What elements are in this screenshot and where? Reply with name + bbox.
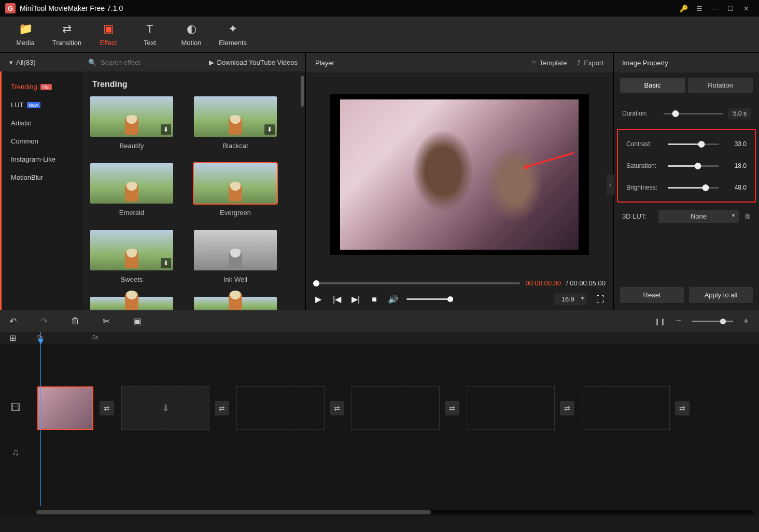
- stop-button[interactable]: ■: [369, 295, 380, 304]
- transition-slot[interactable]: ⇄: [100, 401, 114, 415]
- download-youtube-link[interactable]: ▶ Download YouTube Videos: [209, 59, 305, 66]
- category-lut[interactable]: LUT New: [2, 96, 83, 114]
- volume-handle[interactable]: [447, 296, 453, 302]
- timeline-ruler[interactable]: ⊞ 0s 5s: [0, 332, 759, 344]
- download-icon[interactable]: ⬇: [264, 124, 275, 135]
- slider-track[interactable]: [668, 187, 719, 189]
- category-motionblur[interactable]: MotionBlur: [2, 168, 83, 186]
- lut-select[interactable]: None: [658, 210, 739, 223]
- effect-item[interactable]: [194, 297, 277, 310]
- download-icon[interactable]: ⬇: [161, 124, 171, 135]
- tab-elements[interactable]: ✦ Elements: [213, 19, 253, 50]
- trash-icon[interactable]: 🗑: [744, 212, 751, 220]
- license-key-icon[interactable]: 🔑: [676, 1, 692, 16]
- transition-slot[interactable]: ⇄: [445, 401, 459, 415]
- effect-item[interactable]: ⬇Blackcat: [194, 96, 277, 150]
- effect-item[interactable]: Evergreen: [194, 163, 277, 217]
- undo-button[interactable]: ↶: [7, 316, 19, 327]
- category-artistic[interactable]: Artistic: [2, 114, 83, 132]
- effect-thumbnail[interactable]: [90, 297, 173, 310]
- minimize-icon[interactable]: —: [707, 1, 723, 16]
- crop-button[interactable]: ▣: [132, 316, 143, 327]
- add-track-button[interactable]: ⊞: [9, 333, 16, 343]
- zoom-out-button[interactable]: −: [673, 316, 684, 326]
- timeline-clip[interactable]: [37, 386, 93, 430]
- effect-thumbnail[interactable]: ⬇: [194, 96, 277, 137]
- delete-button[interactable]: 🗑: [69, 316, 81, 326]
- seek-handle[interactable]: [313, 280, 319, 286]
- effect-thumbnail[interactable]: [194, 230, 277, 270]
- effect-thumbnail[interactable]: [194, 163, 277, 204]
- tab-basic[interactable]: Basic: [620, 78, 685, 93]
- tab-transition[interactable]: ⇄ Transition: [47, 19, 87, 50]
- split-button[interactable]: ✂: [101, 316, 112, 327]
- empty-slot[interactable]: [582, 386, 670, 430]
- effect-item[interactable]: [90, 297, 173, 310]
- effect-item[interactable]: Emerald: [90, 163, 173, 217]
- effect-item[interactable]: ⬇Beautify: [90, 96, 173, 150]
- prev-frame-button[interactable]: |◀: [332, 294, 342, 304]
- zoom-handle[interactable]: [720, 319, 726, 324]
- slider-track[interactable]: [668, 143, 719, 145]
- playhead[interactable]: [40, 332, 41, 506]
- maximize-icon[interactable]: ☐: [723, 1, 738, 16]
- fullscreen-icon[interactable]: ⛶: [595, 295, 606, 304]
- effect-thumbnail[interactable]: ⬇: [90, 230, 173, 270]
- snap-icon[interactable]: ❙❙: [654, 318, 666, 325]
- slider-handle[interactable]: [694, 163, 701, 169]
- effect-item[interactable]: ⬇Sweets: [90, 230, 173, 283]
- effect-item[interactable]: Ink Well: [194, 230, 277, 283]
- seek-bar[interactable]: [313, 282, 520, 284]
- transition-slot[interactable]: ⇄: [675, 401, 690, 415]
- zoom-slider[interactable]: [692, 321, 733, 322]
- reset-button[interactable]: Reset: [620, 287, 684, 303]
- close-icon[interactable]: ✕: [738, 1, 754, 16]
- next-frame-button[interactable]: ▶|: [350, 294, 361, 304]
- scrollbar-thumb[interactable]: [36, 510, 431, 514]
- slider-track[interactable]: [668, 165, 719, 167]
- transition-slot[interactable]: ⇄: [560, 401, 574, 415]
- tab-media[interactable]: 📁 Media: [5, 19, 46, 50]
- volume-slider[interactable]: [406, 298, 453, 300]
- download-icon[interactable]: ⬇: [161, 258, 171, 268]
- zoom-in-button[interactable]: +: [740, 316, 752, 326]
- transition-slot[interactable]: ⇄: [215, 401, 229, 415]
- hamburger-menu-icon[interactable]: ☰: [692, 1, 707, 16]
- aspect-ratio-select[interactable]: 16:9: [554, 293, 587, 305]
- play-button[interactable]: ▶: [313, 294, 324, 304]
- search-input[interactable]: [101, 59, 204, 66]
- tab-motion[interactable]: ◐ Motion: [171, 19, 212, 50]
- category-all[interactable]: ▾ All(83): [0, 59, 83, 66]
- slider-handle[interactable]: [698, 141, 705, 148]
- empty-slot[interactable]: [236, 386, 325, 430]
- slider-handle[interactable]: [702, 184, 709, 191]
- template-button[interactable]: ≣ Template: [531, 59, 567, 67]
- transition-slot[interactable]: ⇄: [330, 401, 344, 415]
- scrollbar-thumb[interactable]: [301, 76, 304, 107]
- effect-thumbnail[interactable]: [90, 163, 173, 204]
- category-trending[interactable]: Trending Hot: [2, 78, 83, 96]
- empty-slot[interactable]: [352, 386, 440, 430]
- category-common[interactable]: Common: [2, 132, 83, 150]
- tab-text[interactable]: T Text: [130, 19, 170, 50]
- empty-slot[interactable]: [467, 386, 555, 430]
- timeline-scrollbar[interactable]: [36, 510, 754, 514]
- tab-rotation[interactable]: Rotation: [688, 78, 753, 93]
- slider-label: Contrast:: [626, 140, 663, 148]
- category-instagram[interactable]: Instagram-Like: [2, 150, 83, 168]
- search-box[interactable]: 🔍: [83, 59, 209, 66]
- effect-thumbnail[interactable]: [194, 297, 277, 310]
- export-button[interactable]: ⤴ Export: [577, 59, 603, 67]
- audio-track[interactable]: ♫: [0, 434, 759, 471]
- video-track[interactable]: 🎞 ⇄⬇⇄⇄⇄⇄⇄: [0, 382, 759, 434]
- overlay-track[interactable]: [0, 344, 759, 382]
- effect-thumbnail[interactable]: ⬇: [90, 96, 173, 137]
- volume-icon[interactable]: 🔊: [388, 294, 398, 304]
- duration-slider[interactable]: [664, 113, 723, 114]
- panel-expand-handle[interactable]: ›: [607, 175, 614, 195]
- duration-value[interactable]: 5.0 s: [728, 108, 751, 119]
- redo-button[interactable]: ↷: [38, 316, 50, 327]
- empty-slot[interactable]: ⬇: [121, 386, 209, 430]
- tab-effect[interactable]: ▣ Effect: [88, 19, 129, 50]
- apply-all-button[interactable]: Apply to all: [689, 287, 753, 303]
